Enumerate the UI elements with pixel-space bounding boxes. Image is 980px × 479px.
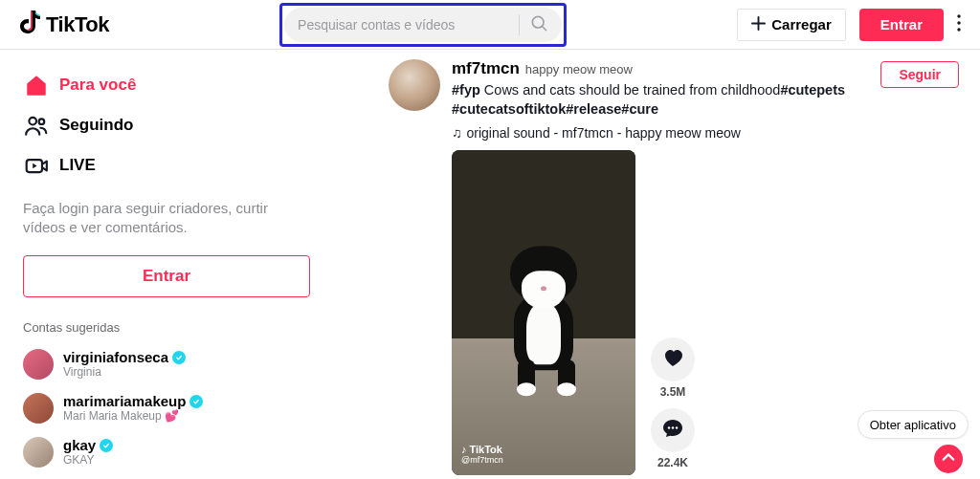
hashtag[interactable]: #fyp: [452, 82, 480, 98]
like-count: 3.5M: [660, 385, 686, 399]
svg-line-1: [543, 26, 546, 30]
svg-point-6: [39, 119, 45, 124]
follow-button[interactable]: Seguir: [880, 61, 959, 88]
brand-name: TikTok: [46, 12, 109, 37]
nav-following-label: Seguindo: [59, 116, 133, 135]
sidebar-login-button[interactable]: Entrar: [23, 255, 310, 297]
video-watermark: ♪TikTok @mf7tmcn: [461, 444, 503, 466]
cat-illustration: [491, 246, 596, 394]
header-login-button[interactable]: Entrar: [859, 9, 944, 41]
post-video[interactable]: ♪TikTok @mf7tmcn: [452, 150, 635, 475]
hashtag[interactable]: #cutepets: [780, 82, 845, 98]
post-author-avatar[interactable]: [389, 59, 440, 111]
account-username: marimariamakeup: [63, 393, 186, 409]
post-header: mf7tmcn happy meow meow #fyp Cows and ca…: [389, 59, 959, 141]
post-sound-label: original sound - mf7tmcn - happy meow me…: [467, 125, 741, 141]
account-avatar: [23, 393, 54, 424]
brand-logo[interactable]: TikTok: [19, 11, 109, 39]
nav-for-you[interactable]: Para você: [23, 65, 316, 105]
sidebar: Para você Seguindo LIVE Faça login para …: [0, 50, 325, 479]
people-icon: [23, 112, 50, 139]
account-username: virginiafonseca: [63, 349, 168, 365]
nav-live[interactable]: LIVE: [23, 145, 316, 185]
hashtag[interactable]: #cure: [621, 101, 658, 117]
account-avatar: [23, 349, 54, 380]
login-prompt-text: Faça login para seguir criadores, curtir…: [23, 199, 316, 238]
svg-point-8: [668, 426, 670, 428]
suggested-account[interactable]: marimariamakeup Mari Maria Makeup 💕: [23, 386, 316, 430]
get-app-button[interactable]: Obter aplicativo: [858, 410, 969, 439]
suggested-accounts-header: Contas sugeridas: [23, 320, 316, 335]
post-sound[interactable]: ♫ original sound - mf7tmcn - happy meow …: [452, 125, 873, 141]
plus-icon: [751, 16, 766, 33]
search-highlight-box: [279, 3, 567, 47]
music-note-icon: ♫: [452, 125, 462, 141]
suggested-account[interactable]: gkay GKAY: [23, 430, 316, 474]
svg-point-4: [957, 28, 960, 31]
suggested-account[interactable]: euromagagah ROMAGAGA: [23, 474, 316, 480]
svg-point-9: [672, 426, 674, 428]
account-subtitle: Virginia: [63, 365, 186, 379]
like-button[interactable]: [651, 337, 695, 381]
verified-icon: [189, 395, 203, 408]
hashtag[interactable]: #cutecatsoftiktok: [452, 101, 566, 117]
live-icon: [23, 152, 50, 179]
header: TikTok Carregar Entrar: [0, 0, 980, 50]
account-subtitle: Mari Maria Makeup 💕: [63, 409, 203, 423]
suggested-account[interactable]: virginiafonseca Virginia: [23, 342, 316, 386]
nav-for-you-label: Para você: [59, 76, 136, 95]
account-username: gkay: [63, 437, 96, 453]
upload-button[interactable]: Carregar: [737, 9, 846, 41]
account-subtitle: GKAY: [63, 453, 113, 467]
nav-live-label: LIVE: [59, 156, 96, 175]
search-divider: [519, 14, 520, 35]
svg-point-3: [957, 21, 960, 24]
post-author-nickname: happy meow meow: [525, 62, 633, 76]
comment-count: 22.4K: [657, 456, 688, 469]
chevron-up-icon: [942, 450, 955, 468]
verified-icon: [100, 439, 113, 452]
search-input[interactable]: [298, 17, 509, 33]
home-icon: [23, 72, 50, 98]
comment-button[interactable]: [651, 408, 695, 452]
nav-following[interactable]: Seguindo: [23, 105, 316, 145]
scroll-to-top-button[interactable]: [934, 445, 963, 473]
account-avatar: [23, 437, 54, 468]
search-box[interactable]: [284, 8, 562, 42]
svg-point-2: [957, 14, 960, 17]
svg-point-10: [676, 426, 678, 428]
post-caption: #fyp Cows and cats should be trained fro…: [452, 80, 873, 120]
post-author-username[interactable]: mf7tmcn: [452, 59, 520, 78]
comment-icon: [661, 417, 684, 444]
hashtag[interactable]: #release: [566, 101, 621, 117]
tiktok-note-icon: ♪: [461, 444, 467, 456]
upload-label: Carregar: [771, 16, 832, 33]
post-actions: 3.5M 22.4K: [651, 150, 695, 475]
more-menu-icon[interactable]: [957, 14, 961, 35]
tiktok-note-icon: [19, 11, 42, 39]
header-actions: Carregar Entrar: [737, 9, 961, 41]
svg-point-5: [29, 118, 36, 125]
search-icon[interactable]: [529, 13, 548, 36]
verified-icon: [172, 351, 186, 364]
heart-icon: [661, 346, 684, 373]
